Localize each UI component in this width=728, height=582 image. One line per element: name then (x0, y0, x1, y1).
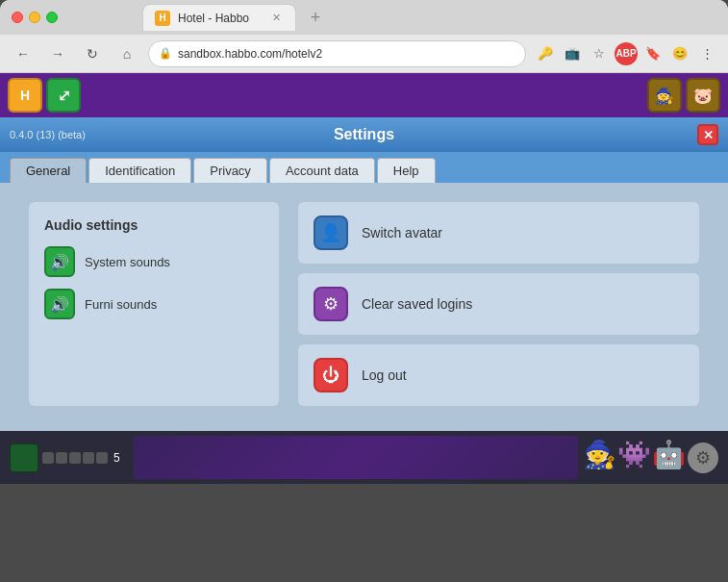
game-score: 5 (113, 451, 120, 465)
actions-panel: 👤 Switch avatar ⚙ Clear saved logins ⏻ L… (298, 202, 699, 406)
log-out-icon: ⏻ (314, 358, 348, 392)
back-button[interactable]: ← (10, 40, 37, 67)
reload-button[interactable]: ↻ (79, 40, 106, 67)
pixel-avatar-3: 🤖 (653, 439, 684, 477)
habbo-logo-button[interactable]: H (8, 78, 42, 113)
key-icon[interactable]: 🔑 (534, 42, 557, 65)
furni-sounds-label: Furni sounds (85, 297, 157, 312)
habbo-toolbar: H ⤢ 🧙 🐷 (0, 73, 728, 117)
game-controls (42, 452, 108, 464)
speaker-icon: 🔊 (50, 253, 69, 271)
profile-icon[interactable]: 😊 (668, 42, 691, 65)
game-scene (134, 436, 578, 479)
clear-logins-label: Clear saved logins (362, 296, 472, 312)
star-icon[interactable]: ☆ (588, 42, 611, 65)
ctrl-1[interactable] (42, 452, 54, 464)
switch-avatar-icon: 👤 (314, 215, 348, 250)
game-bar-right: 🧙 👾 🤖 ⚙ (584, 439, 718, 477)
avatar-sprite-2: 👾 (617, 439, 651, 470)
avatar-sprite-3: 🤖 (652, 439, 686, 470)
log-out-button[interactable]: ⏻ Log out (298, 344, 699, 406)
settings-tabs: General Identification Privacy Account d… (0, 152, 728, 183)
tab-title: Hotel - Habbo (178, 12, 249, 25)
audio-settings-panel: Audio settings 🔊 System sounds 🔊 Furni s… (29, 202, 279, 406)
tab-help[interactable]: Help (377, 158, 436, 183)
more-button[interactable]: ⋮ (695, 42, 718, 65)
nav-icons: 🔑 📺 ☆ ABP 🔖 😊 ⋮ (534, 42, 718, 65)
clear-logins-button[interactable]: ⚙ Clear saved logins (298, 273, 699, 335)
avatar-button-1[interactable]: 🧙 (647, 78, 682, 113)
game-bar-left: 5 (10, 443, 120, 472)
system-sounds-icon: 🔊 (44, 246, 75, 277)
address-bar[interactable]: 🔒 sandbox.habbo.com/hotelv2 (148, 40, 526, 67)
settings-title: Settings (334, 126, 394, 143)
adblock-icon[interactable]: ABP (615, 42, 638, 65)
tab-general[interactable]: General (10, 158, 87, 183)
system-sounds-item[interactable]: 🔊 System sounds (44, 246, 264, 277)
furni-sounds-item[interactable]: 🔊 Furni sounds (44, 289, 264, 319)
pixel-avatar-2: 👾 (618, 439, 649, 477)
forward-button[interactable]: → (44, 40, 71, 67)
settings-body: Audio settings 🔊 System sounds 🔊 Furni s… (0, 183, 728, 425)
audio-panel-title: Audio settings (44, 217, 264, 233)
avatar-sprite-1: 🧙 (583, 439, 616, 470)
settings-gear-button[interactable]: ⚙ (688, 443, 718, 473)
tab-favicon: H (155, 11, 170, 26)
ctrl-4[interactable] (83, 452, 94, 464)
nav-bar: ← → ↻ ⌂ 🔒 sandbox.habbo.com/hotelv2 🔑 📺 … (0, 35, 728, 73)
browser-tab[interactable]: H Hotel - Habbo ✕ (142, 4, 296, 31)
ctrl-3[interactable] (69, 452, 81, 464)
ctrl-5[interactable] (96, 452, 108, 464)
power-icon: ⏻ (322, 366, 339, 386)
switch-avatar-button[interactable]: 👤 Switch avatar (298, 202, 699, 264)
system-sounds-label: System sounds (85, 255, 170, 269)
traffic-lights (12, 12, 58, 23)
scene-overlay (134, 436, 578, 479)
minimize-window-btn[interactable] (29, 12, 40, 23)
cast-icon[interactable]: 📺 (561, 42, 584, 65)
expand-icon: ⤢ (58, 87, 70, 105)
settings-close-button[interactable]: ✕ (697, 124, 718, 145)
new-tab-button[interactable]: + (304, 6, 327, 29)
game-bar: 5 🧙 👾 🤖 ⚙ (0, 431, 728, 484)
expand-button[interactable]: ⤢ (46, 78, 81, 113)
avatar-switch-icon: 👤 (320, 222, 341, 243)
avatar-icon-1: 🧙 (655, 87, 674, 105)
extension-icon[interactable]: 🔖 (641, 42, 665, 65)
mini-map (10, 443, 38, 472)
settings-gear-icon: ⚙ (323, 293, 339, 315)
tab-account-data[interactable]: Account data (269, 158, 375, 183)
furni-speaker-icon: 🔊 (50, 295, 69, 314)
title-bar: H Hotel - Habbo ✕ + (0, 0, 728, 35)
switch-avatar-label: Switch avatar (362, 225, 442, 240)
settings-version: 0.4.0 (13) (beta) (10, 129, 86, 140)
pixel-avatar-1: 🧙 (584, 439, 615, 477)
settings-window: 0.4.0 (13) (beta) Settings ✕ General Ide… (0, 117, 728, 431)
clear-logins-icon: ⚙ (314, 287, 348, 321)
ctrl-2[interactable] (56, 452, 67, 464)
tab-privacy[interactable]: Privacy (193, 158, 267, 183)
address-text: sandbox.habbo.com/hotelv2 (178, 47, 322, 61)
furni-sounds-icon: 🔊 (44, 289, 75, 319)
habbo-h-icon: H (20, 88, 30, 103)
close-window-btn[interactable] (12, 12, 23, 23)
settings-titlebar: 0.4.0 (13) (beta) Settings ✕ (0, 117, 728, 152)
toolbar-right: 🧙 🐷 (647, 78, 720, 113)
avatar-icon-2: 🐷 (693, 87, 713, 105)
lock-icon: 🔒 (159, 47, 172, 60)
log-out-label: Log out (362, 367, 407, 383)
tab-identification[interactable]: Identification (88, 158, 191, 183)
tab-bar: H Hotel - Habbo ✕ + (65, 0, 404, 35)
browser-window: H Hotel - Habbo ✕ + ← → ↻ ⌂ 🔒 sandbox.ha… (0, 0, 728, 73)
avatar-button-2[interactable]: 🐷 (686, 78, 720, 113)
tab-close-btn[interactable]: ✕ (268, 11, 284, 26)
maximize-window-btn[interactable] (46, 12, 58, 23)
home-button[interactable]: ⌂ (113, 40, 140, 67)
